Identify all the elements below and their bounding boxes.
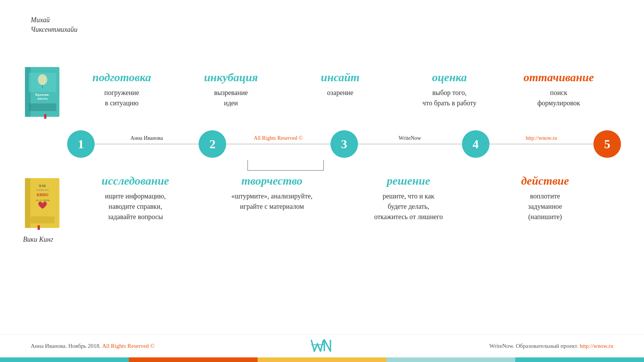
svg-text:носеть: носеть [38, 97, 48, 100]
svg-text:ЗА 21 ДЕНЬ: ЗА 21 ДЕНЬ [35, 199, 49, 202]
svg-rect-15 [31, 216, 54, 223]
step2-desc: вызреваниеидеи [176, 88, 286, 108]
color-bars [0, 357, 644, 362]
footer-left: Анна Иванова. Ноябрь 2018. All Rights Re… [31, 343, 154, 349]
color-bar-teal2 [515, 357, 644, 362]
svg-text:Креатив-: Креатив- [35, 93, 49, 97]
svg-rect-8 [44, 114, 46, 119]
step-circle-1: 1 [67, 130, 95, 158]
top-label-1: подготовка погружениев ситуацию [67, 71, 176, 108]
page-container: Михай Чиксентмихайи Креатив- носеть [0, 0, 644, 362]
logo-svg [310, 338, 334, 353]
footer-right: WriteNow. Образовательный проект. http:/… [490, 343, 613, 349]
step2-title: инкубация [176, 71, 286, 84]
step1-desc: погружениев ситуацию [67, 88, 176, 108]
svg-point-3 [38, 74, 47, 85]
book-top: Креатив- носеть [23, 65, 61, 119]
color-bar-teal [0, 357, 129, 362]
footer-left-orange: All Rights Reserved © [102, 343, 154, 349]
bottom-label-23: творчество «штурмите», анализируйте,игра… [204, 174, 340, 212]
connector2-label: All Rights Reserved © [254, 135, 303, 141]
step3-title: инсайт [286, 71, 395, 84]
step1-bottom-desc: ищите информацию,наводите справки,задава… [67, 191, 204, 222]
footer-right-normal: WriteNow. Образовательный проект. [490, 343, 578, 349]
step5-desc: поискформулировок [504, 88, 613, 108]
step23-bottom-title: творчество [204, 174, 340, 187]
step5-bottom-title: действие [477, 174, 613, 187]
book-bottom-svg: КАК НАПИСАТЬ КИНО ЗА 21 ДЕНЬ [23, 176, 61, 230]
bottom-labels-row: исследование ищите информацию,наводите с… [67, 174, 613, 222]
bottom-label-4: решение решите, что и какбудете делать,о… [340, 174, 477, 222]
book-top-svg: Креатив- носеть [23, 65, 61, 119]
connector-4: http://wnow.ru [490, 144, 593, 144]
author-top: Михай Чиксентмихайи [31, 15, 77, 34]
author-bottom: Вики Кинг [23, 236, 53, 244]
svg-text:КАК: КАК [39, 184, 46, 188]
connector3-label: WriteNow [399, 135, 421, 141]
step1-title: подготовка [67, 71, 176, 84]
svg-rect-16 [38, 225, 40, 230]
footer-right-orange: http://wnow.ru [580, 343, 613, 349]
step4-title: оценка [395, 71, 504, 84]
color-bar-light [386, 357, 515, 362]
color-bar-yellow [258, 357, 386, 362]
connector-3: WriteNow [358, 144, 462, 144]
top-label-4: оценка выбор того,что брать в работу [395, 71, 504, 108]
svg-text:НАПИСАТЬ: НАПИСАТЬ [36, 189, 49, 191]
footer-left-normal: Анна Иванова. Ноябрь 2018. [31, 343, 101, 349]
connector1-label: Анна Иванова [130, 135, 163, 141]
top-label-2: инкубация вызреваниеидеи [176, 71, 286, 108]
bottom-label-1: исследование ищите информацию,наводите с… [67, 174, 204, 222]
author-top-line1: Михай [31, 15, 77, 25]
author-top-line2: Чиксентмихайи [31, 25, 77, 34]
step1-bottom-title: исследование [67, 174, 204, 187]
bottom-label-5: действие воплотитезадуманное(напишите) [477, 174, 613, 222]
svg-rect-10 [25, 178, 30, 228]
step-circle-4: 4 [462, 130, 490, 158]
step4-bottom-desc: решите, что и какбудете делать,откажитес… [340, 191, 477, 222]
step4-desc: выбор того,что брать в работу [395, 88, 504, 108]
svg-rect-7 [29, 103, 56, 111]
svg-text:КИНО: КИНО [37, 193, 49, 197]
step23-bottom-desc: «штурмите», анализируйте,играйте с матер… [204, 191, 340, 212]
top-labels-row: подготовка погружениев ситуацию инкубаци… [67, 71, 613, 108]
step5-title: оттачивание [504, 71, 613, 84]
step-circle-5: 5 [593, 130, 621, 158]
book-bottom: КАК НАПИСАТЬ КИНО ЗА 21 ДЕНЬ [23, 176, 61, 230]
step3-desc: озарение [286, 88, 395, 98]
connector-1: Анна Иванова [95, 144, 199, 144]
footer: Анна Иванова. Ноябрь 2018. All Rights Re… [0, 334, 644, 357]
connector4-label: http://wnow.ru [526, 135, 557, 141]
main-content: Михай Чиксентмихайи Креатив- носеть [0, 0, 644, 334]
footer-logo [310, 338, 334, 355]
top-label-5: оттачивание поискформулировок [504, 71, 613, 108]
top-label-3: инсайт озарение [286, 71, 395, 98]
step-circle-2: 2 [199, 130, 226, 158]
connector-2: All Rights Reserved © [226, 144, 330, 144]
step-circle-3: 3 [330, 130, 358, 158]
step5-bottom-desc: воплотитезадуманное(напишите) [477, 191, 613, 222]
timeline-row: 1 Анна Иванова 2 All Rights Reserved © 3… [67, 130, 621, 158]
bracket [247, 160, 324, 171]
color-bar-orange [129, 357, 258, 362]
step4-bottom-title: решение [340, 174, 477, 187]
